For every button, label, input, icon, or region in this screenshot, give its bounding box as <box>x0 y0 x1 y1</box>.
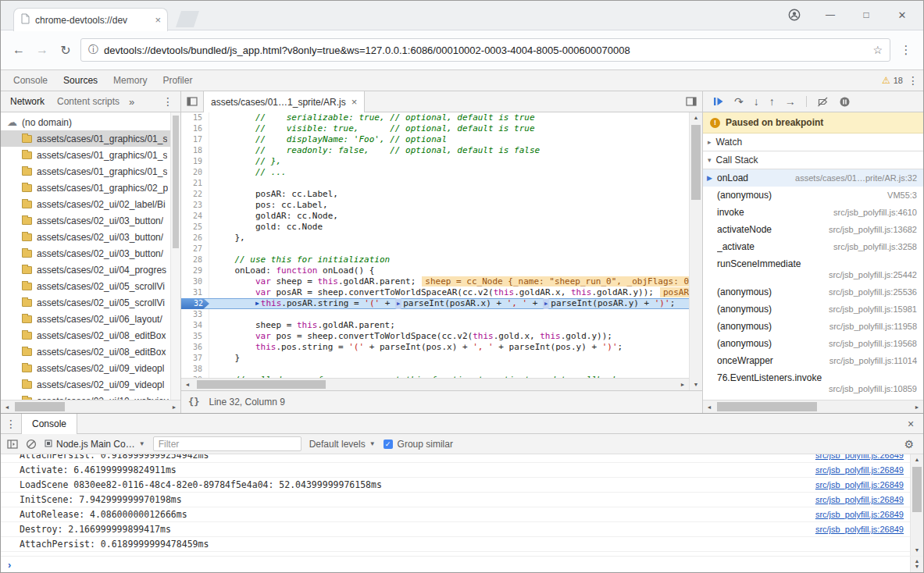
pause-on-exceptions-button[interactable] <box>839 96 851 108</box>
browser-tab[interactable]: chrome-devtools://dev × <box>13 8 168 31</box>
console-sidebar-icon[interactable] <box>7 440 18 449</box>
scroll-down-icon[interactable]: ▼ <box>911 545 923 556</box>
line-number[interactable]: 32 <box>181 298 209 309</box>
forward-button[interactable]: → <box>30 43 54 57</box>
console-message-link[interactable]: src/jsb_polyfill.js:26849 <box>815 522 904 536</box>
console-prompt[interactable]: › ▲ ▼ <box>1 556 923 572</box>
new-tab-button[interactable] <box>176 11 199 27</box>
line-number[interactable]: 38 <box>181 364 209 375</box>
tab-console[interactable]: Console <box>5 70 55 91</box>
tree-item[interactable]: assets/cases/02_ui/04_progres <box>1 262 180 278</box>
tab-network[interactable]: Network <box>4 96 51 107</box>
code-text[interactable]: gold: cc.Node <box>209 222 689 233</box>
tree-item[interactable]: assets/cases/02_ui/02_label/Bi <box>1 196 180 212</box>
tree-item[interactable]: assets/cases/01_graphics/01_s <box>1 130 180 147</box>
code-text[interactable] <box>209 309 689 320</box>
line-number[interactable]: 17 <box>181 134 209 145</box>
tree-item[interactable]: assets/cases/02_ui/09_videopl <box>1 360 180 376</box>
tree-item[interactable]: assets/cases/01_graphics/02_p <box>1 180 180 196</box>
line-number[interactable]: 16 <box>181 123 209 134</box>
code-text[interactable]: // serializable: true, // optional, defa… <box>209 112 689 123</box>
log-levels-dropdown[interactable]: Default levels ▼ <box>309 439 376 450</box>
settings-gear-icon[interactable]: ⚙ <box>904 438 917 450</box>
console-message-link[interactable]: src/jsb_polyfill.js:26849 <box>815 454 904 462</box>
scroll-left-icon[interactable]: ◄ <box>181 382 194 387</box>
code-text[interactable]: onLoad: function onLoad() { <box>209 265 689 276</box>
call-stack-frame[interactable]: invokesrc/jsb_polyfill.js:4610 <box>703 204 923 221</box>
call-stack-section-header[interactable]: ▾ Call Stack <box>703 151 923 169</box>
tab-memory[interactable]: Memory <box>105 70 155 91</box>
step-into-button[interactable]: ↓ <box>754 95 759 108</box>
toggle-navigator-icon[interactable] <box>181 91 203 112</box>
editor-horizontal-scrollbar[interactable]: ◄ ► <box>181 378 689 390</box>
warning-badge[interactable]: ⚠ 18 <box>882 75 903 86</box>
code-text[interactable]: goldAR: cc.Node, <box>209 211 689 222</box>
group-similar-checkbox[interactable]: ✓ Group similar <box>384 439 453 450</box>
line-number[interactable]: 20 <box>181 167 209 178</box>
console-message-link[interactable]: src/jsb_polyfill.js:26849 <box>815 507 904 521</box>
step-out-button[interactable]: ↑ <box>769 95 775 108</box>
tree-item[interactable]: assets/cases/02_ui/09_videopl <box>1 376 180 393</box>
tree-item[interactable]: assets/cases/02_ui/03_button/ <box>1 212 180 229</box>
console-message-link[interactable]: src/jsb_polyfill.js:26849 <box>815 478 904 492</box>
tree-item[interactable]: assets/cases/02_ui/05_scrollVi <box>1 294 180 311</box>
scroll-right-icon[interactable]: ► <box>168 404 180 410</box>
editor-file-tab[interactable]: assets/cases/01…1_sprite/AR.js × <box>203 91 365 112</box>
call-stack-frame[interactable]: (anonymous)src/jsb_polyfill.js:25536 <box>703 283 923 301</box>
code-text[interactable]: ▶this.posAR.string = '(' + ▶parseInt(pos… <box>209 298 689 309</box>
pretty-print-icon[interactable]: {} <box>188 397 199 408</box>
call-stack-frame[interactable]: (anonymous)src/jsb_polyfill.js:19568 <box>703 335 923 352</box>
editor-vertical-scrollbar[interactable]: ▲ ▼ <box>689 112 702 390</box>
scroll-left-icon[interactable]: ◄ <box>703 404 715 410</box>
line-number[interactable]: 25 <box>181 222 209 233</box>
clear-console-icon[interactable] <box>26 439 37 450</box>
line-number[interactable]: 37 <box>181 353 209 364</box>
minimize-button[interactable]: — <box>812 4 848 26</box>
line-number[interactable]: 19 <box>181 156 209 167</box>
close-button[interactable]: ✕ <box>884 4 920 26</box>
bookmark-star-icon[interactable]: ☆ <box>872 44 883 56</box>
line-number[interactable]: 23 <box>181 200 209 211</box>
debugger-horizontal-scrollbar[interactable]: ◄ ► <box>703 400 923 413</box>
tree-item[interactable]: assets/cases/02_ui/03_button/ <box>1 245 180 262</box>
tab-close-icon[interactable]: × <box>155 14 161 26</box>
code-text[interactable]: // use this for initialization <box>209 254 689 265</box>
code-text[interactable]: // ... <box>209 167 689 178</box>
code-text[interactable]: } <box>209 353 689 364</box>
code-text[interactable]: // displayName: 'Foo', // optional <box>209 134 689 145</box>
line-number[interactable]: 31 <box>181 287 209 298</box>
code-text[interactable]: posAR: cc.Label, <box>209 189 689 200</box>
line-number[interactable]: 24 <box>181 211 209 222</box>
line-number[interactable]: 34 <box>181 320 209 331</box>
code-text[interactable]: var posAR = sheep.convertToWorldSpaceAR(… <box>209 287 689 298</box>
console-message-link[interactable]: src/jsb_polyfill.js:26849 <box>815 463 904 477</box>
deactivate-breakpoints-button[interactable] <box>817 96 829 108</box>
maximize-button[interactable]: □ <box>848 4 884 26</box>
scroll-up-icon[interactable]: ▲ <box>911 454 923 465</box>
line-number[interactable]: 22 <box>181 189 209 200</box>
toggle-debugger-sidebar-icon[interactable] <box>680 91 702 112</box>
navigator-menu-icon[interactable]: ⋮ <box>159 95 177 108</box>
code-text[interactable]: // visible: true, // optional, default i… <box>209 123 689 134</box>
call-stack-frame[interactable]: _activatesrc/jsb_polyfill.js:3258 <box>703 238 923 255</box>
tab-profiler[interactable]: Profiler <box>155 70 200 91</box>
line-number[interactable]: 15 <box>181 112 209 123</box>
tab-overflow-icon[interactable]: » <box>126 96 137 108</box>
code-text[interactable]: sheep = this.goldAR.parent; <box>209 320 689 331</box>
call-stack-frame[interactable]: (anonymous)src/jsb_polyfill.js:15981 <box>703 301 923 318</box>
scroll-down-icon[interactable]: ▼ <box>911 561 923 572</box>
call-stack-frame[interactable]: onceWrappersrc/jsb_polyfill.js:11014 <box>703 352 923 369</box>
code-text[interactable]: var sheep = this.goldAR.parent;sheep = c… <box>209 276 689 287</box>
line-number[interactable]: 28 <box>181 254 209 265</box>
line-number[interactable]: 35 <box>181 331 209 342</box>
context-selector[interactable]: Node.js Main Co… ▼ <box>45 439 145 450</box>
code-text[interactable]: this.pos.string = '(' + parseInt(pos.x) … <box>209 342 689 353</box>
tree-root[interactable]: ☁ (no domain) <box>1 114 180 130</box>
tree-item[interactable]: assets/cases/01_graphics/01_s <box>1 147 180 163</box>
tree-item[interactable]: assets/cases/02_ui/03_button/ <box>1 229 180 245</box>
line-number[interactable]: 18 <box>181 145 209 156</box>
drawer-tab-console[interactable]: Console <box>21 414 77 434</box>
code-text[interactable]: var pos = sheep.convertToWorldSpace(cc.v… <box>209 331 689 342</box>
line-number[interactable]: 36 <box>181 342 209 353</box>
call-stack-frame[interactable]: onLoadassets/cases/01…prite/AR.js:32 <box>703 169 923 187</box>
